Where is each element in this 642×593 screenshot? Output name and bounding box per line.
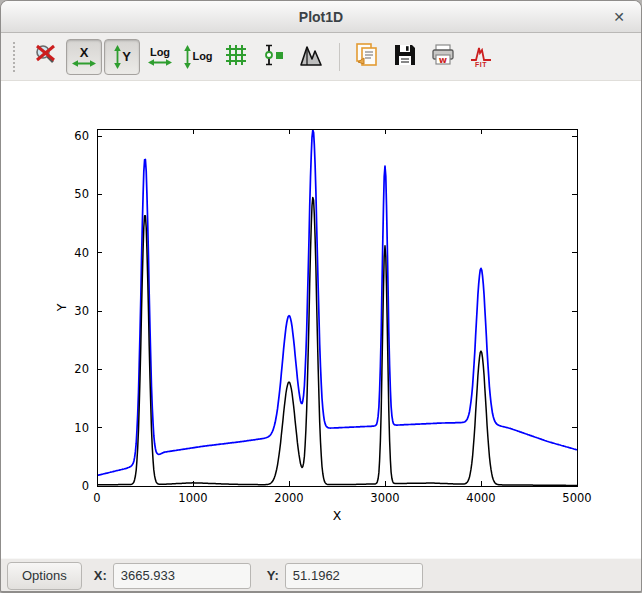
x-coordinate-label: X: (94, 568, 107, 583)
x-autoscale-button[interactable]: X (66, 39, 102, 75)
svg-text:0: 0 (82, 479, 89, 493)
printer-icon: w (430, 42, 456, 71)
svg-text:1000: 1000 (178, 491, 207, 505)
grid-icon (223, 42, 249, 71)
plot-toolbar: X Y Log (1, 33, 641, 81)
clipboard-icon (354, 42, 380, 71)
y-coordinate-label: Y: (267, 568, 279, 583)
status-bar: Options X: Y: (1, 558, 641, 592)
y-coordinate-field[interactable] (285, 563, 423, 589)
svg-text:5000: 5000 (562, 491, 591, 505)
y-autoscale-button[interactable]: Y (104, 39, 140, 75)
title-bar[interactable]: Plot1D ✕ (1, 1, 641, 33)
plot-canvas[interactable]: 0100020003000400050000102030405060XY (1, 81, 641, 558)
zoom-reset-button[interactable] (28, 39, 64, 75)
svg-text:0: 0 (93, 491, 100, 505)
window-title: Plot1D (299, 9, 343, 25)
plot1d-window: Plot1D ✕ X (0, 0, 642, 593)
fit-icon: FIT (468, 46, 494, 68)
svg-text:4000: 4000 (466, 491, 495, 505)
svg-text:30: 30 (74, 304, 89, 318)
copy-clipboard-button[interactable] (349, 39, 385, 75)
fit-button[interactable]: FIT (463, 39, 499, 75)
svg-text:2000: 2000 (274, 491, 303, 505)
options-button[interactable]: Options (7, 562, 82, 590)
svg-text:w: w (439, 55, 447, 65)
x-autoscale-icon: X (72, 46, 96, 68)
svg-text:X: X (333, 508, 342, 523)
y-log-button[interactable]: Log (180, 39, 216, 75)
x-log-button[interactable]: Log (142, 39, 178, 75)
svg-text:3000: 3000 (370, 491, 399, 505)
svg-text:10: 10 (74, 421, 89, 435)
print-button[interactable]: w (425, 39, 461, 75)
y-autoscale-icon: Y (113, 45, 131, 69)
x-coordinate-field[interactable] (113, 563, 251, 589)
save-floppy-icon (392, 42, 418, 71)
toolbar-drag-handle[interactable] (13, 42, 19, 72)
svg-text:60: 60 (74, 129, 89, 143)
svg-text:40: 40 (74, 246, 89, 260)
x-log-icon: Log (148, 47, 172, 67)
close-icon[interactable]: ✕ (607, 1, 631, 33)
plot-area[interactable]: 0100020003000400050000102030405060XY (1, 81, 641, 558)
y-log-icon: Log (183, 45, 212, 69)
svg-text:50: 50 (74, 187, 89, 201)
svg-text:Y: Y (54, 303, 69, 312)
svg-text:20: 20 (74, 362, 89, 376)
grid-toggle-button[interactable] (218, 39, 254, 75)
zoom-reset-icon (33, 42, 59, 71)
crosshair-points-button[interactable] (256, 39, 292, 75)
peaks-icon (299, 42, 325, 71)
save-button[interactable] (387, 39, 423, 75)
toolbar-separator (339, 43, 340, 71)
crosshair-points-icon (261, 42, 287, 71)
peaks-search-button[interactable] (294, 39, 330, 75)
